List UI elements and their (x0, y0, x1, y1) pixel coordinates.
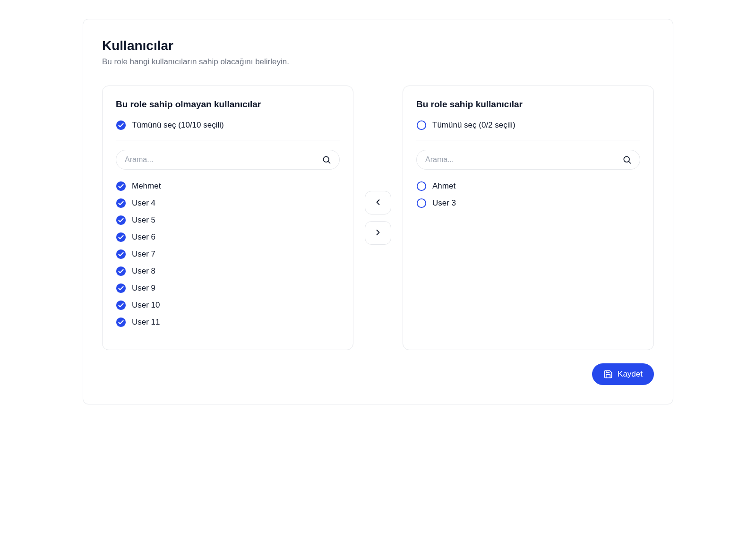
page-subtitle: Bu role hangi kullanıcıların sahip olaca… (102, 57, 654, 67)
panel-title-assigned: Bu role sahip kullanıcılar (416, 99, 640, 110)
user-list-assigned: Ahmet User 3 (416, 181, 640, 208)
panel-unassigned-users: Bu role sahip olmayan kullanıcılar Tümün… (102, 86, 353, 350)
panel-title-unassigned: Bu role sahip olmayan kullanıcılar (116, 99, 340, 110)
svg-point-12 (417, 121, 426, 129)
user-label: User 4 (132, 198, 155, 208)
list-item[interactable]: Mehmet (116, 181, 340, 191)
user-label: User 11 (132, 318, 160, 327)
search-input-unassigned[interactable] (116, 150, 340, 170)
save-button[interactable]: Kaydet (592, 363, 654, 385)
user-label: User 3 (432, 198, 456, 208)
list-item[interactable]: User 4 (116, 198, 340, 208)
select-all-label-unassigned: Tümünü seç (10/10 seçili) (132, 120, 224, 130)
checkbox-checked-icon (116, 181, 126, 191)
checkbox-unchecked-icon (416, 181, 427, 191)
checkbox-checked-icon (116, 300, 126, 310)
chevron-right-icon (373, 228, 383, 239)
checkbox-checked-icon (116, 266, 126, 276)
checkbox-unchecked-icon (416, 120, 427, 130)
search-icon (622, 155, 632, 164)
checkbox-checked-icon (116, 249, 126, 259)
search-input-assigned[interactable] (416, 150, 640, 170)
svg-point-15 (417, 182, 426, 190)
page-title: Kullanıcılar (102, 38, 654, 53)
search-icon (322, 155, 331, 164)
search-unassigned-wrapper (116, 150, 340, 170)
user-label: Mehmet (132, 181, 161, 191)
footer: Kaydet (102, 363, 654, 385)
list-item[interactable]: User 10 (116, 300, 340, 310)
list-item[interactable]: User 7 (116, 249, 340, 259)
select-all-assigned[interactable]: Tümünü seç (0/2 seçili) (416, 120, 640, 140)
chevron-left-icon (373, 198, 383, 208)
checkbox-checked-icon (116, 232, 126, 242)
save-button-label: Kaydet (618, 369, 643, 379)
list-item[interactable]: Ahmet (416, 181, 640, 191)
select-all-unassigned[interactable]: Tümünü seç (10/10 seçili) (116, 120, 340, 140)
transfer-layout: Bu role sahip olmayan kullanıcılar Tümün… (102, 86, 654, 350)
user-label: Ahmet (432, 181, 455, 191)
svg-point-16 (417, 199, 426, 207)
user-label: User 7 (132, 249, 155, 259)
user-list-unassigned: Mehmet User 4 User 5 User 6 User 7 User … (116, 181, 340, 327)
move-right-button[interactable] (365, 221, 391, 245)
panel-assigned-users: Bu role sahip kullanıcılar Tümünü seç (0… (403, 86, 654, 350)
save-icon (603, 369, 613, 379)
list-item[interactable]: User 11 (116, 317, 340, 327)
checkbox-checked-icon (116, 120, 126, 130)
checkbox-checked-icon (116, 198, 126, 208)
list-item[interactable]: User 5 (116, 215, 340, 225)
select-all-label-assigned: Tümünü seç (0/2 seçili) (432, 120, 515, 130)
transfer-controls (365, 191, 391, 245)
move-left-button[interactable] (365, 191, 391, 215)
user-label: User 5 (132, 215, 155, 225)
list-item[interactable]: User 3 (416, 198, 640, 208)
svg-line-14 (629, 162, 631, 163)
user-label: User 8 (132, 266, 155, 276)
checkbox-checked-icon (116, 215, 126, 225)
checkbox-checked-icon (116, 283, 126, 293)
search-assigned-wrapper (416, 150, 640, 170)
user-label: User 10 (132, 301, 160, 310)
list-item[interactable]: User 8 (116, 266, 340, 276)
checkbox-unchecked-icon (416, 198, 427, 208)
svg-line-2 (328, 162, 330, 163)
list-item[interactable]: User 6 (116, 232, 340, 242)
user-label: User 9 (132, 283, 155, 293)
checkbox-checked-icon (116, 317, 126, 327)
page-container: Kullanıcılar Bu role hangi kullanıcıları… (83, 19, 673, 404)
user-label: User 6 (132, 232, 155, 242)
list-item[interactable]: User 9 (116, 283, 340, 293)
